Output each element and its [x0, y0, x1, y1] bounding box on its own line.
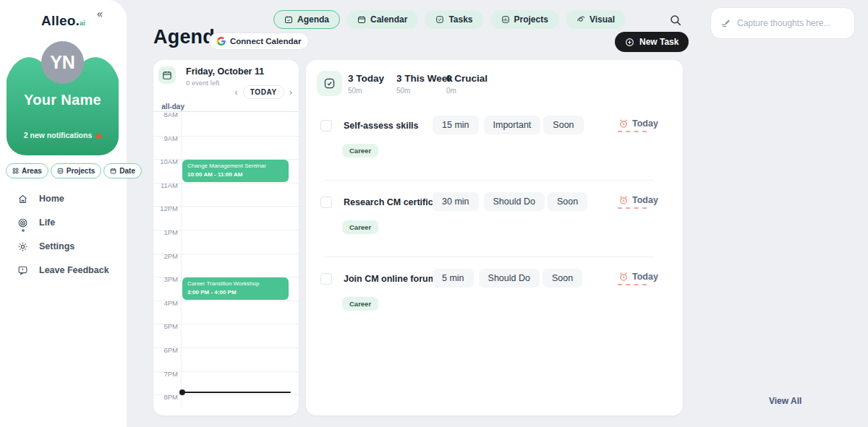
- stat-sub: 50m: [348, 87, 384, 95]
- pen-lines-icon: [720, 18, 731, 29]
- top-nav-tabs: Agenda Calendar Tasks Projects Visual: [273, 10, 626, 29]
- stat-today: 3 Today 50m: [348, 73, 384, 95]
- priority-chip[interactable]: Should Do: [484, 192, 545, 211]
- sidebar-item-settings[interactable]: Settings: [17, 238, 109, 254]
- grid-line: [153, 183, 299, 184]
- check-square-icon: [435, 15, 444, 24]
- alarm-clock-icon: [618, 195, 629, 205]
- new-task-button[interactable]: New Task: [615, 32, 689, 52]
- sidebar-item-home[interactable]: Home: [17, 191, 109, 207]
- event-time: 10:00 AM - 11:00 AM: [187, 171, 284, 178]
- prev-day-icon[interactable]: ‹: [234, 87, 237, 97]
- google-g-icon: [217, 37, 226, 46]
- check-square-icon: [323, 77, 336, 90]
- due-label: Today: [632, 195, 658, 205]
- today-button[interactable]: TODAY: [243, 85, 284, 99]
- tab-label: Visual: [590, 14, 615, 25]
- event-career-transition-workshop[interactable]: Career Transition Workshop 3:00 PM - 4:0…: [182, 277, 289, 300]
- duration-chip[interactable]: 5 min: [433, 269, 474, 288]
- pill-areas-label: Areas: [22, 167, 42, 175]
- timing-chip[interactable]: Soon: [543, 116, 583, 134]
- task-title[interactable]: Join CM online forum: [344, 274, 436, 284]
- event-time: 3:00 PM - 4:00 PM: [187, 289, 284, 296]
- due-date[interactable]: Today: [618, 272, 658, 282]
- event-change-management-seminar[interactable]: Change Management Seminar 10:00 AM - 11:…: [182, 160, 289, 182]
- grid-line: [153, 230, 299, 230]
- tab-tasks[interactable]: Tasks: [425, 10, 483, 29]
- pill-areas[interactable]: Areas: [6, 163, 48, 178]
- events-left-label: 0 event left: [186, 79, 219, 87]
- chat-alert-icon: [17, 265, 28, 276]
- tab-calendar[interactable]: Calendar: [346, 10, 418, 29]
- task-title[interactable]: Self-assess skills: [344, 121, 419, 131]
- priority-chip[interactable]: Should Do: [479, 269, 540, 288]
- stat-crucial: 0 Crucial 0m: [446, 73, 488, 95]
- gear-icon: [17, 241, 28, 252]
- task-chips: 15 min Important Soon: [433, 116, 584, 134]
- stat-label: 3 This Week: [396, 73, 453, 84]
- orbit-icon: [576, 15, 585, 24]
- sidebar: Alleo.ai « YN Your Name 2 new notificati…: [0, 0, 127, 427]
- tag-career[interactable]: Career: [342, 220, 378, 234]
- calendar-nav: ‹ TODAY ›: [234, 85, 292, 99]
- app-logo: Alleo.ai: [0, 13, 127, 29]
- tag-career[interactable]: Career: [342, 144, 378, 158]
- event-title: Career Transition Workshop: [187, 280, 284, 287]
- new-task-label: New Task: [639, 37, 678, 47]
- life-indicator-dot: [22, 229, 25, 232]
- timing-chip[interactable]: Soon: [542, 269, 582, 288]
- connect-calendar-button[interactable]: Connect Calendar: [209, 33, 309, 50]
- timing-chip[interactable]: Soon: [548, 192, 587, 211]
- sidebar-item-leave-feedback[interactable]: Leave Feedback: [17, 262, 109, 278]
- search-icon[interactable]: [669, 14, 682, 27]
- calendar-panel-icon: [158, 66, 176, 84]
- notifications-text[interactable]: 2 new notifications: [7, 131, 119, 139]
- calendar-panel: Friday, October 11 0 event left ‹ TODAY …: [153, 60, 299, 415]
- capture-thoughts-input[interactable]: [737, 18, 845, 28]
- sidebar-item-life[interactable]: Life: [17, 215, 109, 230]
- tab-visual[interactable]: Visual: [566, 10, 626, 29]
- due-date[interactable]: Today: [618, 118, 658, 129]
- avatar[interactable]: YN: [41, 41, 84, 84]
- due-date[interactable]: Today: [618, 195, 658, 205]
- grid-line: [153, 206, 299, 207]
- logo-suffix: ai: [80, 20, 85, 27]
- calendar-icon: [110, 168, 116, 174]
- due-label: Today: [632, 272, 658, 282]
- next-day-icon[interactable]: ›: [289, 87, 292, 97]
- grid-line: [153, 136, 299, 137]
- current-time-indicator: [182, 392, 291, 393]
- stat-label: 3 Today: [348, 73, 384, 84]
- tab-label: Tasks: [448, 14, 472, 25]
- calendar-time-grid[interactable]: 8AM 9AM 10AM 11AM 12PM 1PM 2PM 3PM 4PM 5…: [153, 101, 299, 407]
- tab-projects[interactable]: Projects: [490, 10, 559, 29]
- sidebar-filter-pills: Areas Projects Date: [6, 163, 122, 178]
- app-root: Alleo.ai « YN Your Name 2 new notificati…: [0, 0, 868, 427]
- pill-projects[interactable]: Projects: [51, 163, 101, 178]
- pill-date[interactable]: Date: [103, 163, 142, 178]
- task-checkbox[interactable]: [320, 120, 332, 131]
- alarm-clock-icon: [618, 118, 629, 129]
- task-checkbox[interactable]: [320, 197, 332, 208]
- pill-date-label: Date: [119, 167, 135, 175]
- pill-projects-label: Projects: [67, 167, 95, 175]
- event-title: Change Management Seminar: [187, 163, 284, 169]
- priority-chip[interactable]: Important: [484, 116, 541, 134]
- connect-calendar-label: Connect Calendar: [230, 37, 301, 46]
- grid-icon: [12, 168, 19, 174]
- collapse-sidebar-icon[interactable]: «: [97, 8, 103, 20]
- duration-chip[interactable]: 30 min: [433, 192, 479, 211]
- capture-thoughts-box: [710, 7, 855, 39]
- tab-agenda[interactable]: Agenda: [273, 10, 340, 29]
- tab-label: Agenda: [297, 14, 329, 25]
- grid-line: [153, 348, 299, 348]
- task-checkbox[interactable]: [320, 273, 332, 285]
- task-row: Self-assess skills 15 min Important Soon…: [306, 114, 683, 179]
- task-row: Research CM certifications 30 min Should…: [306, 191, 683, 256]
- tag-career[interactable]: Career: [342, 297, 378, 311]
- board-icon: [57, 168, 64, 174]
- view-all-link[interactable]: View All: [769, 396, 801, 406]
- grid-line: [153, 301, 299, 301]
- tasks-panel-icon: [317, 71, 342, 96]
- duration-chip[interactable]: 15 min: [433, 116, 479, 134]
